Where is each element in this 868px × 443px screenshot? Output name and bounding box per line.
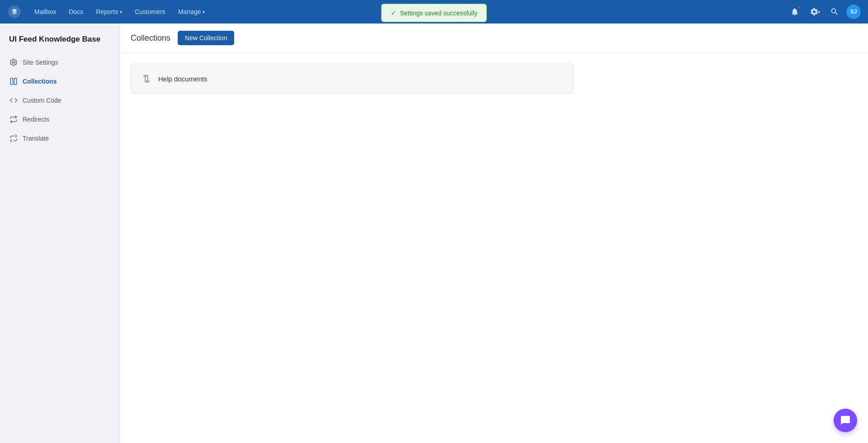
sidebar-app-title: UI Feed Knowledge Base bbox=[0, 34, 119, 53]
settings-icon bbox=[9, 58, 18, 67]
notifications-button[interactable] bbox=[787, 4, 803, 20]
page-header: Collections New Collection bbox=[120, 24, 868, 53]
nav-manage-label: Manage bbox=[178, 8, 201, 15]
collections-icon bbox=[9, 77, 18, 86]
collection-name: Help documents bbox=[158, 75, 207, 83]
search-button[interactable] bbox=[826, 4, 843, 20]
page-body: Help documents bbox=[120, 53, 868, 104]
nav-manage-caret: ▾ bbox=[203, 9, 205, 14]
notification-badge bbox=[797, 5, 801, 9]
sidebar-item-site-settings-label: Site Settings bbox=[23, 59, 58, 66]
nav-docs[interactable]: Docs bbox=[63, 5, 89, 18]
sidebar: UI Feed Knowledge Base Site Settings Col… bbox=[0, 24, 120, 443]
svg-point-1 bbox=[13, 61, 15, 64]
nav-mailbox-label: Mailbox bbox=[34, 8, 56, 15]
new-collection-button[interactable]: New Collection bbox=[178, 31, 234, 45]
translate-icon bbox=[9, 134, 18, 143]
nav-docs-label: Docs bbox=[69, 8, 83, 15]
code-icon bbox=[9, 96, 18, 105]
settings-button[interactable]: ▾ bbox=[807, 4, 823, 20]
user-avatar[interactable]: SJ bbox=[846, 5, 861, 19]
sidebar-item-custom-code[interactable]: Custom Code bbox=[0, 91, 119, 109]
topnav-actions: ▾ SJ bbox=[787, 4, 861, 20]
chat-button[interactable] bbox=[834, 409, 857, 432]
avatar-initials: SJ bbox=[850, 9, 857, 15]
nav-customers-label: Customers bbox=[135, 8, 165, 15]
toast-message: Settings saved successfully bbox=[400, 9, 477, 17]
settings-caret: ▾ bbox=[818, 9, 820, 14]
sidebar-item-collections-label: Collections bbox=[23, 78, 57, 85]
nav-manage[interactable]: Manage ▾ bbox=[173, 5, 211, 18]
redirects-icon bbox=[9, 115, 18, 124]
svg-rect-3 bbox=[14, 78, 17, 85]
app-logo[interactable] bbox=[7, 5, 22, 19]
nav-reports-caret: ▾ bbox=[120, 9, 122, 14]
sidebar-item-redirects-label: Redirects bbox=[23, 116, 49, 123]
toast-check-icon: ✓ bbox=[391, 9, 396, 17]
collection-item[interactable]: Help documents bbox=[131, 64, 574, 94]
nav-reports-label: Reports bbox=[96, 8, 118, 15]
success-toast: ✓ Settings saved successfully bbox=[381, 4, 487, 22]
collection-drag-icon bbox=[140, 72, 153, 85]
sidebar-item-site-settings[interactable]: Site Settings bbox=[0, 53, 119, 71]
page-title: Collections bbox=[131, 33, 170, 43]
main-content: Collections New Collection Help document… bbox=[120, 24, 868, 443]
nav-customers[interactable]: Customers bbox=[129, 5, 171, 18]
sidebar-item-redirects[interactable]: Redirects bbox=[0, 110, 119, 128]
sidebar-item-translate-label: Translate bbox=[23, 135, 49, 142]
sidebar-item-translate[interactable]: Translate bbox=[0, 129, 119, 147]
nav-reports[interactable]: Reports ▾ bbox=[90, 5, 127, 18]
layout: UI Feed Knowledge Base Site Settings Col… bbox=[0, 24, 868, 443]
sidebar-item-custom-code-label: Custom Code bbox=[23, 97, 61, 104]
sidebar-item-collections[interactable]: Collections bbox=[0, 72, 119, 90]
sidebar-nav: Site Settings Collections Custom Code Re… bbox=[0, 53, 119, 147]
nav-mailbox[interactable]: Mailbox bbox=[29, 5, 61, 18]
svg-rect-2 bbox=[10, 78, 13, 85]
